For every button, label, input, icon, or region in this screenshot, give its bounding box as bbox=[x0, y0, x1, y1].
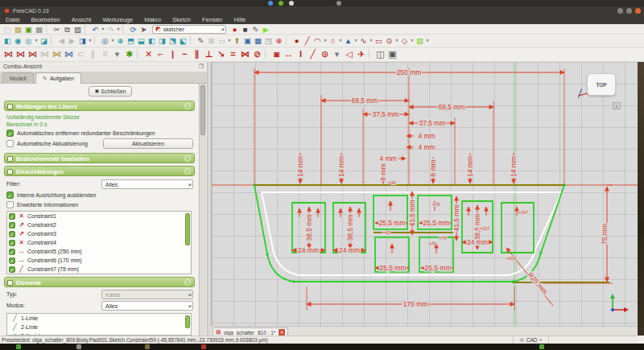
create-point-icon[interactable]: ● bbox=[291, 35, 302, 46]
constraint-horizontal-distance-icon[interactable]: ↔ bbox=[283, 48, 295, 60]
view-bottom-icon[interactable]: ⬔ bbox=[167, 35, 178, 46]
constraint-angle-icon[interactable]: ◁ bbox=[343, 48, 355, 60]
create-line-icon[interactable]: ╱ bbox=[302, 35, 312, 46]
tab-close-icon[interactable]: ✕ bbox=[279, 329, 285, 336]
mirror-icon[interactable]: ∥ bbox=[87, 48, 99, 60]
element-mode-select[interactable]: Alles bbox=[101, 301, 193, 311]
os-app-icon[interactable] bbox=[336, 1, 341, 6]
fit-all-icon[interactable]: ◉ bbox=[13, 35, 23, 46]
create-rectangle-icon[interactable]: ▭ bbox=[374, 35, 384, 46]
cut-icon[interactable]: ✂ bbox=[52, 24, 62, 35]
menu-datei[interactable]: Datei bbox=[0, 16, 26, 23]
constraint-coincident-icon[interactable]: ✓ ✕ Constraint4 bbox=[7, 238, 191, 247]
constraint-visible-checkbox[interactable]: ✓ bbox=[9, 213, 15, 220]
toggle-driving-constraint-icon[interactable]: ◫ bbox=[374, 48, 386, 60]
extended-info-checkbox[interactable] bbox=[6, 201, 14, 208]
bspline-knot-multiplicity-icon[interactable]: ⋈ bbox=[39, 48, 51, 60]
taskbar-item[interactable] bbox=[201, 344, 206, 349]
auto-update-checkbox[interactable] bbox=[6, 140, 14, 147]
constraint-distance-icon[interactable]: ╱ bbox=[307, 48, 319, 60]
menu-fenster[interactable]: Fenster bbox=[196, 16, 228, 23]
view-front-icon[interactable]: ⬒ bbox=[126, 35, 136, 46]
horizontal-distance-icon[interactable]: ✓ ↔ Constraint5 (250 mm) bbox=[7, 247, 191, 256]
undock-icon[interactable]: ❐ bbox=[199, 62, 204, 72]
navcube-menu[interactable]: ▾ bbox=[613, 102, 621, 109]
tab-modell[interactable]: Modell bbox=[2, 72, 34, 84]
constraint-tangent-icon[interactable]: ↘ bbox=[215, 48, 227, 60]
paste-icon[interactable]: ▨ bbox=[72, 24, 83, 35]
close-button[interactable] bbox=[635, 8, 641, 14]
attach-icon[interactable]: ⊂ bbox=[75, 48, 87, 60]
constraint-coincident-icon[interactable]: ✕ bbox=[142, 48, 155, 60]
save-icon[interactable]: ▣ bbox=[23, 24, 34, 35]
titlebar[interactable]: FreeCAD 0.19 bbox=[0, 6, 644, 15]
constraint-vertical-icon[interactable]: | bbox=[167, 48, 179, 60]
construction-dropdown-icon[interactable]: ▾ bbox=[425, 35, 430, 46]
collapse-icon[interactable]: ◠ bbox=[184, 168, 191, 175]
horizontal-distance-icon[interactable]: ✓ ↔ Constraint6 (170 mm) bbox=[7, 256, 191, 265]
toggle-active-constraint-icon[interactable]: ▣ bbox=[386, 48, 398, 60]
grid-dropdown-icon[interactable]: ▾ bbox=[111, 48, 123, 60]
view-left-icon[interactable]: ⬕ bbox=[178, 35, 188, 46]
auto-remove-checkbox[interactable]: ✓ bbox=[6, 130, 14, 137]
constraint-symmetric-icon[interactable]: ⋈ bbox=[239, 48, 251, 60]
constraint-horizontal-icon[interactable]: − bbox=[179, 48, 191, 60]
constraint-point-on-object-icon[interactable]: ✓ ↗ Constraint2 bbox=[7, 220, 191, 229]
create-polygon-icon[interactable]: ◇ bbox=[399, 35, 410, 46]
bspline-control-polygon-icon[interactable]: ⋈ bbox=[14, 48, 27, 60]
collapse-icon[interactable]: ◠ bbox=[184, 155, 191, 162]
clipboard-icon[interactable]: ⊞ bbox=[206, 35, 217, 46]
3d-viewport[interactable]: 250 mm 69,5 mm 69,5 mm 37,5 mm 37,5 mm 4… bbox=[211, 62, 638, 326]
os-app-icon[interactable] bbox=[289, 1, 294, 6]
macro-edit-icon[interactable]: ✎ bbox=[250, 24, 261, 35]
fly-dropdown-icon[interactable]: ▾ bbox=[88, 35, 93, 46]
macro-record-icon[interactable]: ● bbox=[229, 24, 240, 35]
os-app-icon[interactable] bbox=[279, 1, 283, 6]
snap-icon[interactable]: ✱ bbox=[123, 48, 135, 60]
line-icon[interactable]: ╱ 2-Linie bbox=[7, 323, 191, 331]
menu-bearbeiten[interactable]: Bearbeiten bbox=[26, 16, 66, 23]
distance-icon[interactable]: ✓ ╱ Constraint7 (75 mm) bbox=[7, 265, 191, 274]
constraint-visible-checkbox[interactable]: ✓ bbox=[9, 257, 15, 264]
constraint-perpendicular-icon[interactable]: ⊥ bbox=[203, 48, 215, 60]
elements-header[interactable]: Elemente ◠ bbox=[4, 277, 195, 287]
measure-icon[interactable]: ✎ bbox=[196, 35, 206, 46]
bspline-convert-icon[interactable]: ⋈ bbox=[63, 48, 75, 60]
constraint-block-icon[interactable]: ⊘ bbox=[251, 48, 263, 60]
hide-internal-checkbox[interactable]: ✓ bbox=[6, 191, 14, 199]
view-top-icon[interactable]: ⬓ bbox=[136, 35, 147, 46]
constraint-point-on-object-icon[interactable]: ✓ ↗ Constraint3 bbox=[7, 229, 191, 238]
image-icon[interactable]: ▣ bbox=[242, 35, 253, 46]
menu-werkzeuge[interactable]: Werkzeuge bbox=[97, 16, 138, 23]
collapse-icon[interactable]: ◠ bbox=[184, 103, 191, 109]
constraints-header[interactable]: Einschränkungen ◠ bbox=[4, 166, 195, 176]
sketch-canvas[interactable]: 250 mm 69,5 mm 69,5 mm 37,5 mm 37,5 mm 4… bbox=[212, 62, 638, 326]
fly-mode-icon[interactable]: ◨ bbox=[77, 35, 88, 46]
constraint-equal-icon[interactable]: = bbox=[227, 48, 239, 60]
validate-sketch-icon[interactable]: ⊗ bbox=[274, 35, 284, 46]
line-icon[interactable]: ╱ 1-Linie bbox=[7, 314, 191, 323]
redo-icon[interactable]: ↷ bbox=[105, 24, 116, 35]
maximize-button[interactable] bbox=[626, 8, 632, 14]
solver-messages-header[interactable]: Meldungen des Lösers ◠ bbox=[4, 101, 195, 111]
nav-forward-icon[interactable]: ▶ bbox=[67, 35, 77, 46]
panel-scrollbar[interactable] bbox=[199, 84, 206, 336]
box-selection-icon[interactable]: ▭ bbox=[217, 35, 227, 46]
menu-hilfe[interactable]: Hilfe bbox=[228, 16, 251, 23]
refresh-icon[interactable]: ⟳ bbox=[128, 24, 138, 35]
edit-controls-header[interactable]: Bedienelemente bearbeiten ◠ bbox=[4, 153, 195, 163]
navigation-style-selector[interactable]: ◎ CAD ▾ bbox=[513, 336, 550, 344]
nav-back-icon[interactable]: ◀ bbox=[56, 35, 67, 46]
constraint-coincident-icon[interactable]: ✓ ✕ Constraint1 bbox=[7, 212, 191, 220]
part-icon[interactable]: ◳ bbox=[263, 35, 274, 46]
constraint-list-scrollbar[interactable] bbox=[185, 213, 190, 245]
close-sketch-button[interactable]: ✖ Schließen bbox=[89, 86, 132, 97]
tab-aufgaben[interactable]: ✎Aufgaben bbox=[35, 72, 81, 84]
bspline-curvature-comb-icon[interactable]: ⋈ bbox=[27, 48, 39, 60]
menu-ansicht[interactable]: Ansicht bbox=[66, 16, 97, 23]
constraint-visible-checkbox[interactable]: ✓ bbox=[9, 222, 15, 229]
whats-this-icon[interactable]: ➤ bbox=[138, 24, 149, 35]
grid-icon[interactable]: # bbox=[99, 48, 111, 60]
macro-play-icon[interactable]: ▶ bbox=[261, 24, 271, 35]
constraint-visible-checkbox[interactable]: ✓ bbox=[9, 240, 15, 246]
